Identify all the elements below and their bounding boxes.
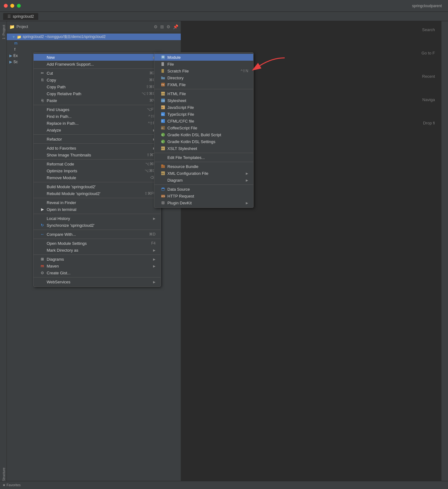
- menu-item-find-in-path[interactable]: Find in Path... ^⇧F: [34, 113, 161, 120]
- menu-item-remove-module[interactable]: Remove Module ⌫: [34, 174, 161, 181]
- submenu-item-coffeescript[interactable]: CS CoffeeScript File: [154, 124, 253, 131]
- menu-item-analyze[interactable]: Analyze ▶: [34, 127, 161, 133]
- submenu-item-javascript[interactable]: JS JavaScript File: [154, 104, 253, 111]
- menu-item-build-module[interactable]: Build Module 'springcloud2': [34, 183, 161, 190]
- submenu-item-stylesheet[interactable]: CSS Stylesheet: [154, 97, 253, 104]
- menu-item-diagrams[interactable]: ⊞ Diagrams ▶: [34, 256, 161, 263]
- svg-text:XSL: XSL: [161, 147, 164, 149]
- submenu-item-gradle-kotlin-build[interactable]: G Gradle Kotlin DSL Build Script: [154, 131, 253, 138]
- submenu-item-resource-bundle-label: Resource Bundle: [167, 164, 198, 169]
- menu-item-rebuild-module-label: Rebuild Module 'springcloud2': [47, 191, 100, 196]
- submenu-item-edit-file-templates[interactable]: Edit File Templates...: [154, 154, 253, 161]
- sidebar-item-project[interactable]: 1: Project: [0, 21, 7, 43]
- menu-item-webservices[interactable]: WebServices ▶: [34, 278, 161, 285]
- menu-item-copy-path[interactable]: Copy Path ⇧⌘C: [34, 83, 161, 90]
- menu-item-local-history[interactable]: Local History ▶: [34, 215, 161, 222]
- divider-1: [34, 68, 161, 69]
- menu-item-open-module-settings[interactable]: Open Module Settings F4: [34, 240, 161, 247]
- submenu-item-cfml[interactable]: CF CFML/CFC file: [154, 118, 253, 124]
- reformat-icon: [40, 161, 45, 166]
- menu-item-copy[interactable]: ⎘ Copy ⌘C: [34, 77, 161, 83]
- submenu-item-resource-bundle[interactable]: Resource Bundle: [154, 163, 253, 170]
- submenu-item-coffeescript-label: CoffeeScript File: [167, 126, 197, 130]
- edit-templates-icon: [161, 155, 166, 160]
- menu-item-show-image[interactable]: Show Image Thumbnails ⇧⌘T: [34, 151, 161, 158]
- menu-item-rebuild-module[interactable]: Rebuild Module 'springcloud2' ⇧⌘F9: [34, 190, 161, 197]
- submenu-item-typescript[interactable]: TS TypeScript File: [154, 111, 253, 118]
- window-tab[interactable]: ☰ springcloud2: [3, 13, 38, 20]
- submenu-item-diagram[interactable]: Diagram ▶: [154, 177, 253, 184]
- menu-item-refactor-label: Refactor: [47, 137, 62, 142]
- menu-item-compare-with[interactable]: ↔ Compare With... ⌘D: [34, 231, 161, 238]
- submenu-item-http-request[interactable]: HTTP HTTP Request: [154, 193, 253, 199]
- open-terminal-icon: ▶: [40, 207, 45, 212]
- menu-item-add-framework[interactable]: Add Framework Support...: [34, 61, 161, 68]
- menu-item-synchronize[interactable]: ↻ Synchronize 'springcloud2': [34, 222, 161, 229]
- menu-item-copy-relative-label: Copy Relative Path: [47, 91, 81, 96]
- submenu-item-xslt-label: XSLT Stylesheet: [167, 146, 197, 151]
- submenu-item-fxml[interactable]: FX FXML File: [154, 81, 253, 88]
- menu-item-create-gist[interactable]: ⊙ Create Gist...: [34, 269, 161, 276]
- add-framework-icon: [40, 62, 45, 67]
- divider-7: [34, 198, 161, 198]
- bottom-strip: ★ Favorites: [0, 481, 448, 489]
- menu-item-mark-directory-label: Mark Directory as: [47, 248, 78, 253]
- submenu-item-data-source[interactable]: Data Source: [154, 186, 253, 193]
- submenu-item-file[interactable]: File: [154, 61, 253, 68]
- maximize-button[interactable]: [17, 4, 21, 8]
- gear-icon[interactable]: ⚙: [154, 24, 158, 29]
- menu-item-cut[interactable]: ✂ Cut ⌘X: [34, 70, 161, 77]
- submenu-item-html[interactable]: HTML HTML File: [154, 90, 253, 97]
- project-panel-title: Project: [16, 25, 152, 29]
- xml-config-icon: XML: [161, 171, 166, 176]
- menu-item-copy-path-label: Copy Path: [47, 85, 66, 89]
- sub-divider-1: [154, 89, 253, 89]
- menu-item-refactor[interactable]: Refactor ▶: [34, 136, 161, 142]
- svg-text:XML: XML: [161, 173, 165, 175]
- menu-item-mark-directory[interactable]: Mark Directory as ▶: [34, 247, 161, 254]
- settings-icon[interactable]: ⚙: [166, 24, 170, 29]
- svg-rect-32: [161, 201, 165, 204]
- menu-item-find-usages[interactable]: Find Usages ⌥F7: [34, 106, 161, 113]
- left-strip: 1: Project Z: Structure: [0, 21, 7, 489]
- http-request-icon: HTTP: [161, 193, 166, 198]
- right-panel-goto: Go to F: [422, 51, 435, 55]
- submenu-item-module[interactable]: Module: [154, 54, 253, 61]
- copy-relative-shortcut: ⌥⇧⌘C: [142, 91, 156, 96]
- tree-item-f[interactable]: f: [7, 46, 181, 53]
- submenu-item-xml-config[interactable]: XML XML Configuration File ▶: [154, 170, 253, 177]
- submenu-item-directory[interactable]: Directory: [154, 74, 253, 81]
- menu-item-paste[interactable]: ⎗ Paste ⌘V: [34, 97, 161, 104]
- menu-item-paste-label: Paste: [47, 98, 57, 103]
- module-folder-icon: 📁: [17, 35, 21, 39]
- pin-icon[interactable]: 📌: [173, 24, 178, 29]
- favorites-tab[interactable]: ★ Favorites: [2, 483, 21, 487]
- menu-item-add-favorites[interactable]: Add to Favorites ▶: [34, 145, 161, 151]
- find-usages-icon: [40, 107, 45, 112]
- menu-item-open-module-settings-label: Open Module Settings: [47, 241, 87, 246]
- right-panel-drop-files: Drop fi: [423, 121, 435, 125]
- cfml-icon: CF: [161, 119, 166, 123]
- maven-icon: m: [40, 263, 45, 268]
- submenu-item-gradle-kotlin-build-label: Gradle Kotlin DSL Build Script: [167, 133, 221, 137]
- close-button[interactable]: [4, 4, 8, 8]
- menu-item-add-framework-label: Add Framework Support...: [47, 62, 94, 67]
- menu-item-replace-in-path[interactable]: Replace in Path... ^⇧R: [34, 120, 161, 127]
- minimize-button[interactable]: [10, 4, 14, 8]
- menu-item-reformat[interactable]: Reformat Code ⌥⌘L: [34, 161, 161, 167]
- tree-item-springcloud2[interactable]: ▼ 📁 springcloud2 ~/songguo/项目/demo1/spri…: [7, 34, 181, 40]
- menu-item-new[interactable]: New ▶: [34, 54, 161, 61]
- submenu-item-xslt[interactable]: XSL XSLT Stylesheet: [154, 145, 253, 152]
- menu-item-open-terminal[interactable]: ▶ Open in terminal: [34, 206, 161, 213]
- layout-icon[interactable]: ⊞: [160, 24, 164, 29]
- menu-item-reveal-finder[interactable]: Reveal in Finder: [34, 199, 161, 206]
- menu-item-optimize-imports[interactable]: Optimize Imports ⌥⌘O: [34, 167, 161, 174]
- webservices-icon: [40, 279, 45, 284]
- submenu-item-plugin-devkit[interactable]: Plugin DevKit ▶: [154, 199, 253, 206]
- submenu-item-gradle-kotlin-settings[interactable]: G Gradle Kotlin DSL Settings: [154, 138, 253, 145]
- menu-item-copy-relative[interactable]: Copy Relative Path ⌥⇧⌘C: [34, 90, 161, 97]
- tree-item-m[interactable]: m: [7, 40, 181, 46]
- submenu-item-scratch-file[interactable]: Scratch File ^⇧N: [154, 68, 253, 74]
- tree-item-label: springcloud2 ~/songguo/项目/demo1/springcl…: [23, 34, 106, 40]
- menu-item-maven[interactable]: m Maven ▶: [34, 263, 161, 269]
